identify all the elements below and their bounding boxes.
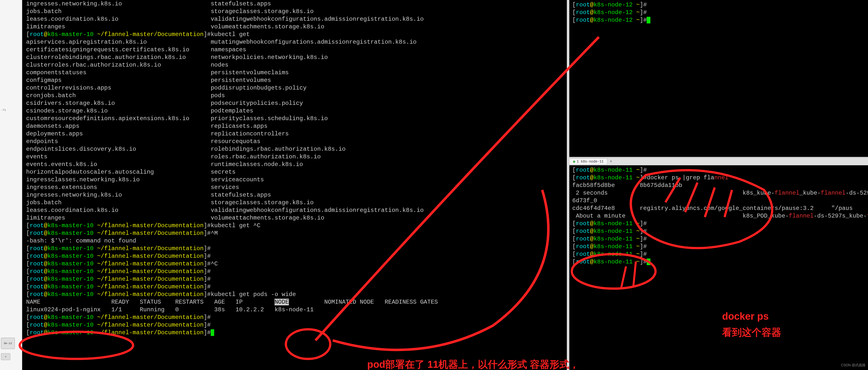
nav-back-btn[interactable]: ‹ (1, 353, 10, 360)
status-dot-icon (573, 161, 575, 163)
right-top-terminal[interactable]: [root@k8s-node-12 ~]#[root@k8s-node-12 ~… (569, 0, 868, 158)
left-sidebar: -71 ‹ de-12 (0, 0, 22, 370)
right-bottom-terminal[interactable]: [root@k8s-node-11 ~]#[root@k8s-node-11 ~… (569, 165, 868, 370)
sidebar-tab[interactable]: de-12 (1, 338, 15, 349)
tab-add-button[interactable]: + (607, 159, 615, 165)
terminal-tabs: 1 k8s-node-11 + (569, 158, 868, 165)
tab-node-11[interactable]: 1 k8s-node-11 (569, 159, 607, 165)
vertical-splitter[interactable] (567, 0, 569, 370)
watermark: CSDN @武昌路 (841, 363, 866, 368)
main-terminal[interactable]: ingresses.networking.k8s.io statefulsets… (22, 0, 567, 370)
chevron-left-icon: ‹ (5, 355, 6, 359)
sidebar-text: -71 (1, 109, 6, 112)
